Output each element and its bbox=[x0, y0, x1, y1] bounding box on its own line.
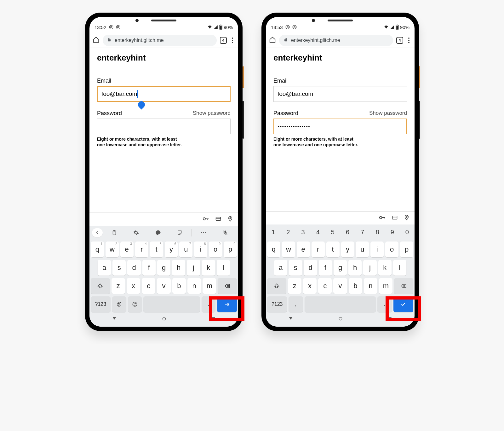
nav-home-icon[interactable] bbox=[338, 316, 343, 323]
nav-recents-icon[interactable] bbox=[211, 317, 216, 322]
address-bar[interactable]: enterkeyhint.glitch.me bbox=[103, 35, 217, 46]
toolbar-back-icon[interactable] bbox=[92, 228, 103, 237]
email-field[interactable]: foo@bar.com bbox=[273, 86, 407, 102]
nav-recents-icon[interactable] bbox=[388, 317, 392, 322]
key-o[interactable]: o9 bbox=[209, 242, 222, 257]
key-i[interactable]: i bbox=[370, 242, 384, 257]
key-q[interactable]: q1 bbox=[91, 242, 104, 257]
key-l[interactable]: l bbox=[393, 260, 406, 276]
key-r[interactable]: r4 bbox=[135, 242, 148, 257]
key-o[interactable]: o bbox=[385, 242, 398, 257]
key-m[interactable]: m bbox=[379, 278, 392, 294]
palette-icon[interactable] bbox=[148, 230, 169, 236]
key-e[interactable]: e bbox=[297, 242, 310, 257]
key-v[interactable]: v bbox=[333, 278, 347, 294]
more-icon[interactable] bbox=[193, 232, 214, 234]
key-4[interactable]: 4 bbox=[311, 224, 325, 240]
key-e[interactable]: e3 bbox=[120, 242, 134, 257]
key-period[interactable]: . bbox=[377, 296, 392, 312]
key-3[interactable]: 3 bbox=[295, 224, 310, 240]
tab-switcher[interactable]: 4 bbox=[220, 37, 227, 44]
key-shift[interactable] bbox=[91, 278, 110, 294]
key-space[interactable] bbox=[305, 296, 376, 312]
email-field[interactable]: foo@bar.com bbox=[97, 86, 231, 102]
key-z[interactable]: z bbox=[112, 278, 125, 294]
key-d[interactable]: d bbox=[304, 260, 317, 276]
clipboard-icon[interactable] bbox=[104, 230, 125, 236]
tab-switcher[interactable]: 4 bbox=[396, 37, 403, 44]
key-emoji[interactable] bbox=[128, 296, 142, 312]
nav-home-icon[interactable] bbox=[162, 316, 167, 323]
key-8[interactable]: 8 bbox=[370, 224, 385, 240]
gear-icon[interactable] bbox=[126, 230, 147, 236]
key-g[interactable]: g bbox=[334, 260, 347, 276]
key-x[interactable]: x bbox=[127, 278, 140, 294]
sticker-icon[interactable] bbox=[170, 230, 191, 236]
key-6[interactable]: 6 bbox=[340, 224, 355, 240]
key-7[interactable]: 7 bbox=[355, 224, 370, 240]
mic-off-icon[interactable] bbox=[215, 230, 236, 236]
credit-card-icon[interactable] bbox=[391, 215, 398, 222]
key-s[interactable]: s bbox=[289, 260, 302, 276]
key-m[interactable]: m bbox=[203, 278, 216, 294]
key-c[interactable]: c bbox=[318, 278, 332, 294]
key-a[interactable]: a bbox=[98, 260, 111, 276]
key-i[interactable]: i8 bbox=[194, 242, 207, 257]
key-p[interactable]: p bbox=[400, 242, 413, 257]
key-w[interactable]: w2 bbox=[106, 242, 119, 257]
password-field[interactable]: ••••••••••••••• bbox=[273, 119, 407, 134]
key-p[interactable]: p0 bbox=[224, 242, 237, 257]
key-1[interactable]: 1 bbox=[266, 224, 281, 240]
key-j[interactable]: j bbox=[363, 260, 376, 276]
key-a[interactable]: a bbox=[274, 260, 287, 276]
key-h[interactable]: h bbox=[348, 260, 362, 276]
key-j[interactable]: j bbox=[187, 260, 200, 276]
key-5[interactable]: 5 bbox=[325, 224, 340, 240]
key-z[interactable]: z bbox=[288, 278, 301, 294]
key-backspace[interactable] bbox=[218, 278, 237, 294]
key-u[interactable]: u7 bbox=[179, 242, 192, 257]
key-s[interactable]: s bbox=[112, 260, 126, 276]
key-f[interactable]: f bbox=[319, 260, 332, 276]
home-icon[interactable] bbox=[269, 36, 276, 44]
key-symbols[interactable]: ?123 bbox=[91, 296, 111, 312]
password-field[interactable] bbox=[97, 119, 231, 134]
key-c[interactable]: c bbox=[142, 278, 155, 294]
key-n[interactable]: n bbox=[364, 278, 377, 294]
key-shift[interactable] bbox=[267, 278, 286, 294]
show-password-toggle[interactable]: Show password bbox=[369, 110, 407, 117]
key-g[interactable]: g bbox=[157, 260, 170, 276]
key-t[interactable]: t5 bbox=[150, 242, 163, 257]
key-t[interactable]: t bbox=[326, 242, 340, 257]
key-icon[interactable] bbox=[379, 214, 386, 222]
key-w[interactable]: w bbox=[282, 242, 295, 257]
key-v[interactable]: v bbox=[157, 278, 170, 294]
location-icon[interactable] bbox=[227, 215, 233, 224]
key-k[interactable]: k bbox=[378, 260, 392, 276]
key-backspace[interactable] bbox=[394, 278, 413, 294]
key-h[interactable]: h bbox=[172, 260, 185, 276]
key-icon[interactable] bbox=[202, 215, 209, 224]
key-n[interactable]: n bbox=[187, 278, 201, 294]
overflow-menu-icon[interactable] bbox=[406, 38, 411, 43]
overflow-menu-icon[interactable] bbox=[230, 38, 235, 43]
key-d[interactable]: d bbox=[127, 260, 140, 276]
key-0[interactable]: 0 bbox=[400, 224, 415, 240]
key-comma[interactable]: , bbox=[289, 296, 303, 312]
key-f[interactable]: f bbox=[142, 260, 156, 276]
location-icon[interactable] bbox=[404, 214, 410, 222]
key-enter-done[interactable] bbox=[393, 296, 413, 312]
key-x[interactable]: x bbox=[303, 278, 317, 294]
key-y[interactable]: y6 bbox=[165, 242, 178, 257]
key-space[interactable] bbox=[143, 296, 200, 312]
key-b[interactable]: b bbox=[172, 278, 186, 294]
show-password-toggle[interactable]: Show password bbox=[193, 110, 231, 117]
home-icon[interactable] bbox=[93, 36, 100, 44]
key-enter-next[interactable] bbox=[217, 296, 237, 312]
key-q[interactable]: q bbox=[267, 242, 280, 257]
key-k[interactable]: k bbox=[202, 260, 215, 276]
credit-card-icon[interactable] bbox=[215, 216, 222, 223]
nav-back-icon[interactable] bbox=[112, 316, 117, 323]
key-9[interactable]: 9 bbox=[385, 224, 400, 240]
key-symbols[interactable]: ?123 bbox=[267, 296, 287, 312]
